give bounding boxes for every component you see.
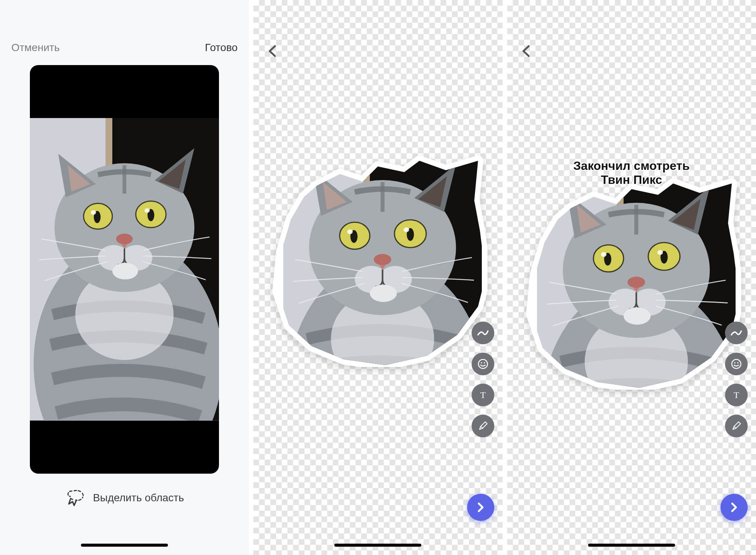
next-button[interactable]	[720, 494, 748, 521]
text-icon: T	[731, 390, 742, 400]
done-button[interactable]: Готово	[205, 42, 238, 54]
tool-stack: T	[725, 322, 748, 437]
svg-point-24	[737, 362, 739, 364]
smile-icon	[477, 358, 489, 370]
text-tool-button[interactable]: T	[725, 384, 748, 406]
cancel-button[interactable]: Отменить	[11, 42, 60, 54]
sticker-cutout[interactable]	[268, 155, 487, 367]
emoji-tool-button[interactable]	[472, 353, 494, 375]
cat-sticker	[522, 178, 741, 390]
emoji-tool-button[interactable]	[725, 353, 748, 375]
sticker-caption[interactable]: Закончил смотреть Твин Пикс	[573, 159, 690, 187]
panel-sticker-captioned: Закончил смотреть Твин Пикс T	[507, 0, 756, 555]
crop-topbar: Отменить Готово	[0, 0, 249, 65]
back-button[interactable]	[265, 44, 280, 59]
svg-point-20	[484, 362, 485, 364]
outline-icon	[477, 330, 489, 336]
cat-photo	[30, 118, 219, 420]
svg-point-23	[734, 362, 736, 364]
text-tool-button[interactable]: T	[472, 384, 494, 406]
home-indicator	[588, 544, 675, 547]
svg-point-19	[481, 362, 482, 364]
svg-text:T: T	[480, 390, 486, 400]
sticker-cutout[interactable]	[522, 178, 741, 390]
chevron-left-icon	[521, 45, 531, 58]
text-icon: T	[478, 390, 488, 400]
chevron-right-icon	[728, 502, 740, 513]
pencil-icon	[731, 421, 742, 431]
svg-point-18	[478, 359, 487, 368]
home-indicator	[81, 544, 168, 547]
pencil-icon	[478, 421, 488, 431]
chevron-right-icon	[475, 502, 486, 513]
outline-tool-button[interactable]	[472, 322, 494, 344]
smile-icon	[731, 358, 742, 370]
lasso-icon	[65, 489, 85, 507]
next-button[interactable]	[467, 494, 494, 521]
back-button[interactable]	[518, 44, 534, 59]
outline-tool-button[interactable]	[725, 322, 748, 344]
svg-text:T: T	[734, 390, 739, 400]
chevron-left-icon	[267, 45, 277, 58]
draw-tool-button[interactable]	[725, 415, 748, 437]
cat-sticker	[268, 155, 487, 367]
select-area-button[interactable]: Выделить область	[0, 489, 249, 507]
tool-stack: T	[472, 322, 494, 437]
photo-preview[interactable]	[30, 65, 219, 474]
outline-icon	[731, 330, 742, 336]
svg-point-22	[732, 359, 741, 368]
select-area-label: Выделить область	[93, 492, 184, 504]
home-indicator	[334, 544, 421, 547]
panel-sticker-edit: T	[253, 0, 502, 555]
panel-crop: Отменить Готово Выделить область	[0, 0, 249, 555]
draw-tool-button[interactable]	[472, 415, 494, 437]
